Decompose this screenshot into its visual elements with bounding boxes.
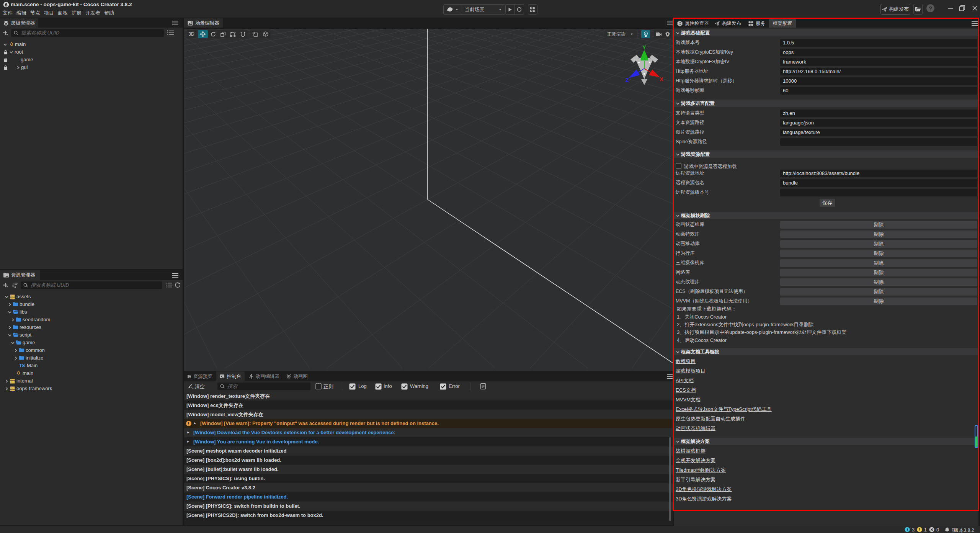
svg-text:Y: Y (642, 46, 646, 51)
svg-text:!: ! (919, 528, 920, 532)
svg-text:Z: Z (626, 77, 629, 83)
svg-text:X: X (660, 76, 663, 82)
svg-text:i: i (907, 528, 908, 532)
